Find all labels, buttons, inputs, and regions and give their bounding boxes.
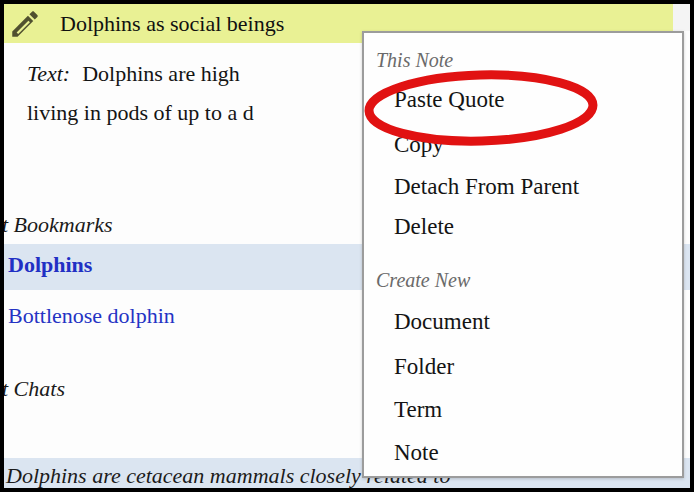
note-body-label: Text:	[27, 61, 70, 86]
menu-item-folder[interactable]: Folder	[394, 354, 454, 380]
menu-item-paste-quote[interactable]: Paste Quote	[394, 87, 505, 113]
menu-item-note[interactable]: Note	[394, 440, 439, 466]
pencil-icon[interactable]	[8, 7, 42, 41]
menu-item-document[interactable]: Document	[394, 309, 490, 335]
bookmarks-section-header: t Bookmarks	[2, 212, 113, 238]
note-body-line-1: Text:Dolphins are high	[27, 61, 240, 87]
menu-item-detach-from-parent[interactable]: Detach From Parent	[394, 174, 579, 200]
note-body-line-2: living in pods of up to a d	[27, 100, 254, 126]
context-menu: This Note Paste Quote Copy Detach From P…	[362, 31, 684, 478]
window-corner	[673, 4, 690, 31]
menu-item-copy[interactable]: Copy	[394, 132, 444, 158]
menu-section-header-create-new: Create New	[376, 269, 470, 292]
chats-section-header: t Chats	[2, 376, 65, 402]
menu-item-delete[interactable]: Delete	[394, 214, 454, 240]
bookmark-link-bottlenose-dolphin[interactable]: Bottlenose dolphin	[8, 303, 175, 329]
note-title: Dolphins as social beings	[60, 11, 284, 37]
menu-item-term[interactable]: Term	[394, 397, 442, 423]
note-body-text: Dolphins are high	[82, 61, 240, 86]
bookmark-link-dolphins[interactable]: Dolphins	[8, 252, 92, 278]
menu-section-header-this-note: This Note	[376, 49, 453, 72]
app-window: Dolphins as social beings Text:Dolphins …	[0, 0, 694, 492]
